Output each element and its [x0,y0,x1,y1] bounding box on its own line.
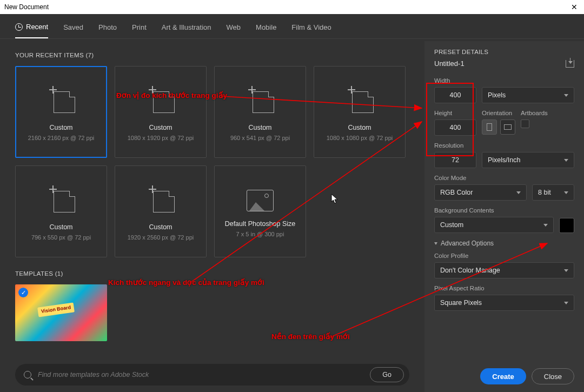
recent-icon [15,23,23,31]
stock-search: Go [15,364,409,386]
aspect-label: Pixel Aspect Ratio [434,285,574,291]
preset-card[interactable]: Custom 1920 x 2560 px @ 72 ppi [115,165,207,257]
page-icon [153,191,175,212]
template-banner: Vision Board [37,302,75,317]
color-profile-label: Color Profile [434,253,574,259]
orientation-portrait-button[interactable] [482,119,497,135]
preset-card[interactable]: Custom 1080 x 1920 px @ 72 ppi [115,66,207,158]
close-icon[interactable]: ✕ [569,3,580,11]
preset-card[interactable]: Default Photoshop Size 7 x 5 in @ 300 pp… [214,165,306,257]
go-button[interactable]: Go [370,367,404,382]
units-dropdown[interactable]: Pixels [482,87,574,103]
preset-name-field[interactable]: Untitled-1 [434,59,566,68]
tab-web[interactable]: Web [227,23,241,38]
color-profile-dropdown[interactable]: Don't Color Manage [434,262,574,278]
resolution-label: Resolution [434,142,574,149]
width-label: Width [434,77,574,84]
color-mode-label: Color Mode [434,175,574,181]
window-title: New Document [4,3,569,11]
preset-card[interactable]: Custom 796 x 550 px @ 72 ppi [15,165,107,257]
window-titlebar: New Document ✕ [0,0,584,14]
create-button[interactable]: Create [480,368,526,384]
color-mode-dropdown[interactable]: RGB Color [434,184,527,201]
search-icon [24,371,31,378]
page-icon [153,91,175,113]
height-input[interactable] [434,119,476,136]
page-icon [352,91,374,113]
bg-color-swatch[interactable] [559,218,574,233]
recent-grid: Custom 2160 x 2160 px @ 72 ppi Custom 10… [15,66,409,257]
templates-header: TEMPLATES (1) [15,270,409,277]
picture-icon [247,190,274,211]
page-icon [54,91,75,113]
preset-card[interactable]: Custom 1080 x 1080 px @ 72 ppi [314,66,406,158]
page-icon [54,191,75,212]
bit-depth-dropdown[interactable]: 8 bit [532,184,574,201]
tab-film-video[interactable]: Film & Video [291,23,331,38]
width-input[interactable] [434,87,476,103]
bg-dropdown[interactable]: Custom [434,217,554,233]
tab-print[interactable]: Print [132,23,147,38]
close-button[interactable]: Close [532,368,574,384]
template-card[interactable]: ✓ Vision Board [15,284,107,341]
page-icon [253,91,274,113]
check-icon: ✓ [18,288,28,297]
orientation-landscape-button[interactable] [500,119,515,135]
bg-label: Background Contents [434,207,574,214]
orientation-label: Orientation [482,110,515,116]
aspect-ratio-dropdown[interactable]: Square Pixels [434,295,574,311]
artboards-label: Artboards [521,110,548,116]
advanced-options-toggle[interactable]: Advanced Options [434,240,574,247]
artboards-checkbox[interactable] [521,119,529,128]
preset-card[interactable]: Custom 960 x 541 px @ 72 ppi [214,66,306,158]
recent-header: YOUR RECENT ITEMS (7) [15,52,409,58]
tab-saved[interactable]: Saved [63,23,83,38]
resolution-input[interactable] [434,152,476,168]
preset-card[interactable]: Custom 2160 x 2160 px @ 72 ppi [15,66,107,158]
height-label: Height [434,110,476,116]
tab-art-illustration[interactable]: Art & Illustration [162,23,211,38]
resolution-units-dropdown[interactable]: Pixels/Inch [482,152,574,168]
category-tabs: Recent Saved Photo Print Art & Illustrat… [0,14,584,39]
tab-mobile[interactable]: Mobile [256,23,276,38]
search-input[interactable] [38,371,363,378]
preset-details-header: PRESET DETAILS [434,49,574,55]
download-icon[interactable] [566,60,574,68]
tab-photo[interactable]: Photo [98,23,117,38]
tab-recent[interactable]: Recent [15,23,48,38]
